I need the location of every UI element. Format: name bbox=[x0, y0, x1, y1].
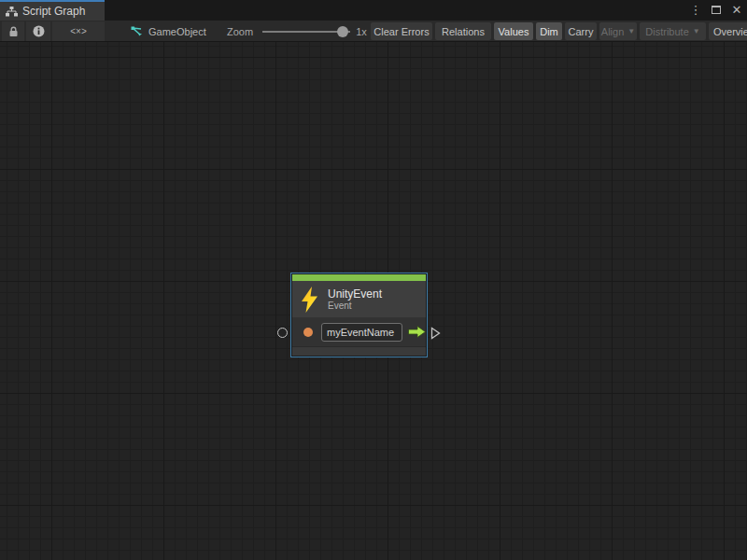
button-label: Carry bbox=[569, 26, 594, 37]
lock-button[interactable] bbox=[2, 21, 24, 41]
values-button[interactable]: Values bbox=[494, 22, 533, 40]
zoom-control: Zoom 1x bbox=[227, 21, 367, 41]
graph-canvas[interactable]: UnityEvent Event bbox=[0, 42, 747, 560]
lightning-bolt-icon bbox=[301, 287, 318, 313]
distribute-dropdown-button[interactable]: Distribute ▼ bbox=[640, 22, 706, 40]
graph-hierarchy-icon bbox=[6, 7, 18, 17]
window-close-icon[interactable]: ✕ bbox=[730, 1, 743, 20]
tab-bar: Script Graph ⋮ ✕ bbox=[0, 0, 747, 21]
control-input-circle-port[interactable] bbox=[277, 328, 288, 338]
node-subtitle: Event bbox=[328, 301, 382, 312]
node-header[interactable]: UnityEvent Event bbox=[292, 281, 426, 317]
node-footer bbox=[292, 346, 426, 356]
align-dropdown-button[interactable]: Align ▼ bbox=[599, 22, 637, 40]
zoom-value: 1x bbox=[356, 26, 367, 37]
button-label: Overview bbox=[713, 26, 747, 37]
control-output-triangle-port[interactable] bbox=[430, 327, 441, 340]
node-titles: UnityEvent Event bbox=[328, 287, 382, 312]
button-label: Dim bbox=[540, 26, 558, 37]
tab-script-graph[interactable]: Script Graph bbox=[0, 0, 105, 21]
gameobject-reference[interactable]: GameObject bbox=[123, 21, 214, 41]
string-value-port[interactable] bbox=[303, 328, 313, 337]
maximize-square bbox=[712, 6, 721, 14]
dim-button[interactable]: Dim bbox=[536, 22, 562, 40]
window-controls: ⋮ ✕ bbox=[689, 0, 743, 21]
event-name-input[interactable] bbox=[321, 323, 402, 342]
chevron-down-icon: ▼ bbox=[627, 28, 635, 35]
node-body bbox=[292, 317, 426, 346]
unity-event-node[interactable]: UnityEvent Event bbox=[290, 273, 428, 357]
button-label: Values bbox=[499, 26, 529, 37]
script-graph-window: Script Graph ⋮ ✕ <×> bbox=[0, 0, 747, 560]
button-label: Relations bbox=[442, 26, 485, 37]
graph-toolbar: <×> GameObject Zoom 1x Clear Errors Rela… bbox=[0, 21, 747, 42]
green-flow-arrow-icon[interactable] bbox=[408, 326, 426, 338]
window-maximize-icon[interactable] bbox=[710, 1, 723, 20]
button-label: Distribute bbox=[645, 26, 688, 37]
overview-button[interactable]: Overview bbox=[709, 22, 747, 40]
zoom-slider-handle[interactable] bbox=[337, 26, 348, 37]
code-icon: <×> bbox=[70, 26, 87, 36]
carry-button[interactable]: Carry bbox=[565, 22, 597, 40]
gameobject-label: GameObject bbox=[148, 26, 206, 37]
zoom-label: Zoom bbox=[227, 26, 253, 37]
edit-code-button[interactable]: <×> bbox=[52, 21, 105, 41]
script-graph-teal-icon bbox=[131, 26, 143, 37]
button-label: Clear Errors bbox=[374, 26, 429, 37]
clear-errors-button[interactable]: Clear Errors bbox=[371, 22, 432, 40]
zoom-slider[interactable] bbox=[262, 31, 350, 33]
info-icon bbox=[33, 25, 45, 37]
info-button[interactable] bbox=[26, 21, 50, 41]
node-title: UnityEvent bbox=[328, 287, 382, 301]
window-menu-icon[interactable]: ⋮ bbox=[689, 1, 702, 20]
relations-button[interactable]: Relations bbox=[435, 22, 491, 40]
chevron-down-icon: ▼ bbox=[693, 28, 700, 35]
node-color-bar bbox=[292, 274, 426, 281]
button-label: Align bbox=[601, 26, 624, 37]
tab-title: Script Graph bbox=[22, 5, 85, 18]
lock-icon bbox=[8, 26, 19, 37]
